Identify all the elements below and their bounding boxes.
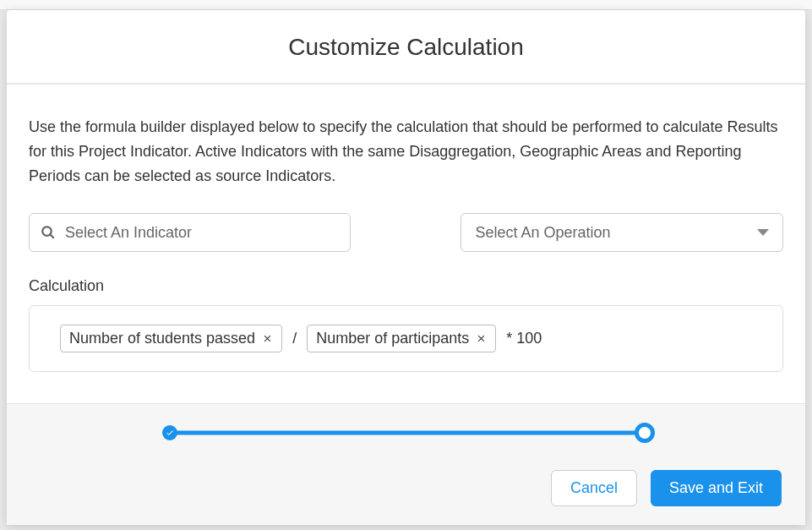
- calculation-label: Calculation: [29, 277, 783, 295]
- close-icon[interactable]: [262, 333, 273, 344]
- modal-header: Customize Calculation: [7, 10, 805, 85]
- svg-point-0: [42, 227, 52, 237]
- progress-indicator: [157, 424, 655, 441]
- divide-operator: /: [291, 330, 298, 347]
- calculation-chip: Number of participants: [307, 325, 496, 352]
- modal-body: Use the formula builder displayed below …: [7, 85, 805, 403]
- calculation-chip: Number of students passed: [60, 325, 282, 352]
- chip-label: Number of students passed: [69, 330, 255, 347]
- times-100-operator: * 100: [504, 330, 543, 347]
- progress-line: [167, 431, 645, 435]
- close-icon[interactable]: [476, 333, 487, 344]
- save-and-exit-button[interactable]: Save and Exit: [651, 470, 782, 506]
- chip-label: Number of participants: [316, 330, 469, 347]
- description-text: Use the formula builder displayed below …: [29, 115, 783, 188]
- operation-select-placeholder: Select An Operation: [475, 224, 610, 242]
- modal-title: Customize Calculation: [27, 34, 785, 61]
- svg-line-1: [50, 235, 54, 239]
- calculation-box: Number of students passed / Number of pa…: [29, 305, 783, 372]
- search-icon: [41, 225, 56, 240]
- indicator-input-wrapper: [29, 213, 351, 252]
- modal-footer: Cancel Save and Exit: [7, 403, 805, 525]
- background-nav: [0, 0, 812, 10]
- progress-step-done: [162, 425, 177, 440]
- operation-select[interactable]: Select An Operation: [460, 213, 783, 252]
- cancel-button[interactable]: Cancel: [551, 470, 637, 506]
- customize-calculation-modal: Customize Calculation Use the formula bu…: [7, 10, 805, 525]
- progress-step-current: [635, 423, 655, 443]
- check-icon: [166, 429, 174, 437]
- indicator-search-input[interactable]: [29, 213, 351, 252]
- button-row: Cancel Save and Exit: [30, 470, 782, 506]
- chevron-down-icon: [757, 229, 769, 236]
- controls-row: Select An Operation: [29, 213, 783, 252]
